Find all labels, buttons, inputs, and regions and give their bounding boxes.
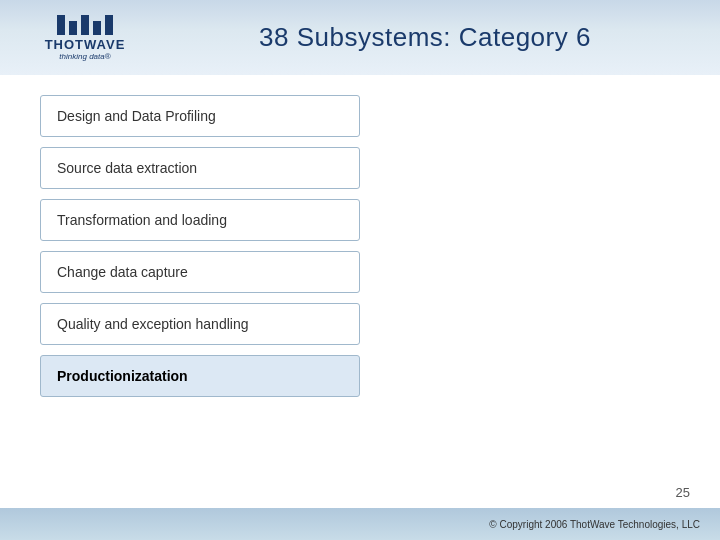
page-title: 38 Subsystems: Category 6 [150, 22, 700, 53]
category-item-2: Transformation and loading [40, 199, 360, 241]
copyright-text: © Copyright 2006 ThotWave Technologies, … [489, 519, 700, 530]
footer: © Copyright 2006 ThotWave Technologies, … [0, 508, 720, 540]
category-item-3: Change data capture [40, 251, 360, 293]
main-content: Design and Data ProfilingSource data ext… [0, 75, 720, 427]
category-item-5: Productionizatation [40, 355, 360, 397]
logo-text: THOTWAVE [45, 37, 126, 52]
logo-bars [57, 15, 113, 35]
logo-bar-1 [57, 15, 65, 35]
logo-tagline: thinking data® [59, 52, 110, 61]
logo-bar-5 [105, 15, 113, 35]
logo-bar-2 [69, 21, 77, 35]
category-item-1: Source data extraction [40, 147, 360, 189]
logo-bar-3 [81, 15, 89, 35]
category-item-4: Quality and exception handling [40, 303, 360, 345]
page-number: 25 [676, 485, 690, 500]
category-item-0: Design and Data Profiling [40, 95, 360, 137]
header: THOTWAVE thinking data® 38 Subsystems: C… [0, 0, 720, 75]
logo: THOTWAVE thinking data® [20, 8, 150, 68]
logo-bar-4 [93, 21, 101, 35]
